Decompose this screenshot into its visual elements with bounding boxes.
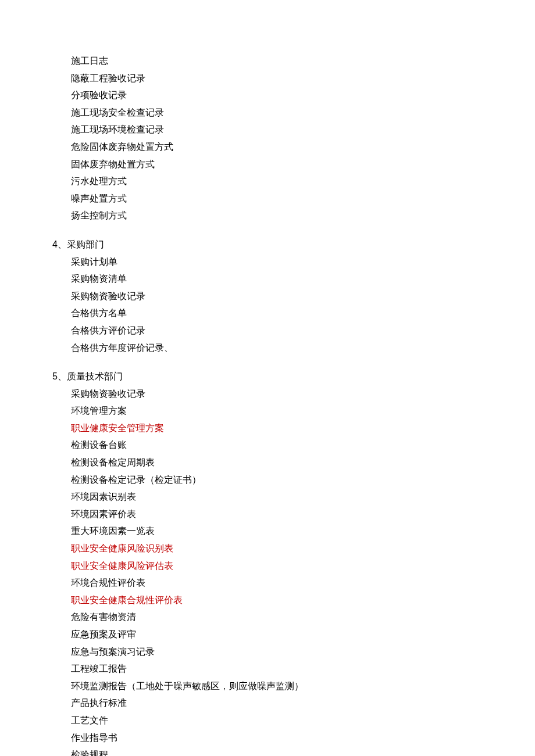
section-number: 5 (52, 371, 58, 381)
list-item: 分项验收记录 (52, 87, 483, 104)
list-item: 工艺文件 (52, 712, 483, 729)
list-item: 采购计划单 (52, 253, 483, 271)
document-body: 施工日志隐蔽工程验收记录分项验收记录施工现场安全检查记录施工现场环境检查记录危险… (52, 52, 483, 756)
list-item: 噪声处置方式 (52, 190, 483, 207)
list-item: 环境因素识别表 (52, 488, 483, 506)
list-item: 职业安全健康风险评估表 (52, 557, 483, 575)
list-item: 危险固体废弃物处置方式 (52, 138, 483, 156)
list-item: 施工现场安全检查记录 (52, 104, 483, 121)
list-item: 环境监测报告（工地处于噪声敏感区，则应做噪声监测） (52, 678, 483, 695)
list-item: 扬尘控制方式 (52, 207, 483, 224)
list-item: 检测设备检定周期表 (52, 454, 483, 471)
section-separator: 、 (58, 239, 67, 249)
list-item: 职业健康安全管理方案 (52, 420, 483, 437)
list-item: 隐蔽工程验收记录 (52, 70, 483, 87)
list-item: 环境合规性评价表 (52, 574, 483, 592)
list-item: 检测设备台账 (52, 436, 483, 454)
list-item: 施工日志 (52, 52, 483, 70)
list-item: 危险有害物资清 (52, 608, 483, 626)
list-item: 应急与预案演习记录 (52, 643, 483, 661)
list-item: 环境因素评价表 (52, 506, 483, 523)
section-title: 质量技术部门 (67, 371, 123, 381)
list-item: 施工现场环境检查记录 (52, 121, 483, 138)
list-item: 环境管理方案 (52, 402, 483, 420)
section-separator: 、 (58, 371, 67, 381)
section-header: 4、采购部门 (52, 236, 483, 253)
list-item: 采购物资验收记录 (52, 385, 483, 403)
list-item: 合格供方评价记录 (52, 322, 483, 339)
section-title: 采购部门 (67, 239, 104, 249)
list-item: 重大环境因素一览表 (52, 522, 483, 540)
list-item: 检验规程 (52, 746, 483, 756)
list-item: 职业安全健康合规性评价表 (52, 592, 483, 609)
list-item: 采购物资清单 (52, 270, 483, 288)
list-item: 产品执行标准 (52, 694, 483, 712)
list-item: 职业安全健康风险识别表 (52, 540, 483, 557)
list-item: 合格供方年度评价记录、 (52, 339, 483, 357)
list-item: 工程竣工报告 (52, 660, 483, 678)
list-item: 检测设备检定记录（检定证书） (52, 471, 483, 489)
section-header: 5、质量技术部门 (52, 368, 483, 385)
list-item: 采购物资验收记录 (52, 288, 483, 305)
list-item: 合格供方名单 (52, 304, 483, 322)
list-item: 作业指导书 (52, 729, 483, 747)
list-item: 污水处理方式 (52, 173, 483, 190)
section-number: 4 (52, 239, 58, 249)
list-item: 应急预案及评审 (52, 626, 483, 643)
list-item: 固体废弃物处置方式 (52, 156, 483, 173)
